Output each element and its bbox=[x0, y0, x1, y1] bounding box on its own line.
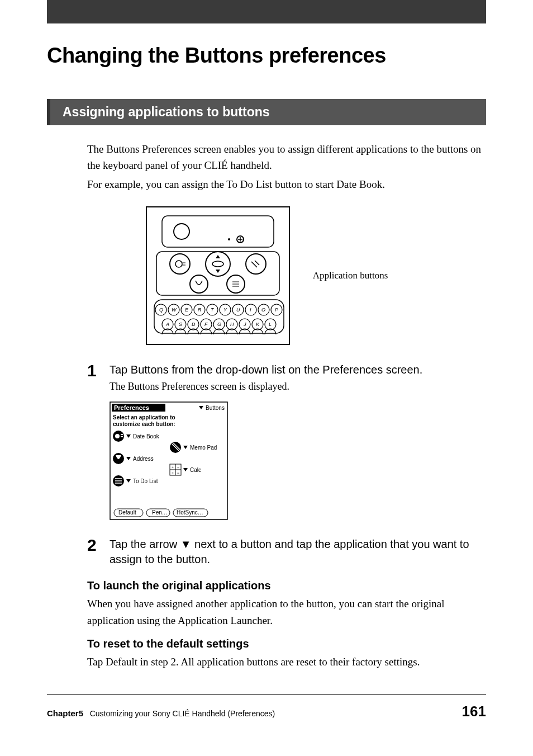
section-heading: Assigning applications to buttons bbox=[47, 99, 486, 125]
step-number: 1 bbox=[87, 362, 101, 379]
svg-text:Calc: Calc bbox=[190, 467, 201, 473]
svg-rect-60 bbox=[154, 300, 284, 333]
svg-text:U: U bbox=[236, 307, 240, 313]
step-title: Tap Buttons from the drop-down list on t… bbox=[110, 362, 486, 377]
svg-text:G: G bbox=[217, 322, 221, 327]
svg-point-3 bbox=[228, 238, 230, 240]
svg-text:To Do List: To Do List bbox=[133, 478, 158, 484]
svg-text:Pen…: Pen… bbox=[152, 509, 168, 516]
svg-point-17 bbox=[190, 275, 208, 293]
svg-text:F: F bbox=[204, 322, 208, 327]
svg-point-12 bbox=[170, 254, 190, 274]
svg-text:Memo Pad: Memo Pad bbox=[190, 445, 217, 451]
device-figure: Q W E R T Y U I O P A S D F G H bbox=[47, 206, 486, 346]
svg-text:T: T bbox=[211, 307, 215, 313]
page-footer: Chapter5 Customizing your Sony CLIÉ Hand… bbox=[47, 694, 486, 720]
svg-point-11 bbox=[212, 261, 223, 267]
svg-rect-69 bbox=[121, 436, 123, 437]
chapter-label: Chapter5 bbox=[47, 708, 83, 718]
svg-text:I: I bbox=[250, 307, 251, 313]
svg-text:Select an application to: Select an application to bbox=[113, 414, 175, 420]
step-subtext: The Buttons Preferences screen is displa… bbox=[110, 381, 486, 393]
screenshot-dropdown: Buttons bbox=[206, 405, 225, 411]
svg-text:E: E bbox=[185, 307, 189, 313]
svg-text:H: H bbox=[230, 322, 234, 327]
preferences-screenshot: Preferences Buttons Select an applicatio… bbox=[110, 401, 228, 520]
svg-text:×: × bbox=[172, 471, 174, 475]
chapter-title: Customizing your Sony CLIÉ Handheld (Pre… bbox=[90, 709, 275, 718]
svg-marker-9 bbox=[216, 255, 220, 258]
subsection-heading-2: To reset to the default settings bbox=[87, 637, 486, 650]
subsection-body-1: When you have assigned another applicati… bbox=[87, 596, 486, 629]
step-number: 2 bbox=[87, 537, 101, 554]
page-title: Changing the Buttons preferences bbox=[47, 44, 486, 68]
page-content: Changing the Buttons preferences Assigni… bbox=[0, 44, 533, 670]
page-number: 161 bbox=[462, 703, 486, 720]
step-2: 2 Tap the arrow ▼ next to a button and t… bbox=[87, 537, 486, 570]
svg-text:W: W bbox=[172, 307, 177, 313]
svg-text:S: S bbox=[179, 322, 182, 327]
svg-text:customize each button:: customize each button: bbox=[113, 421, 175, 427]
svg-marker-10 bbox=[216, 270, 220, 273]
subsection-body-2: Tap Default in step 2. All application b… bbox=[87, 654, 486, 670]
step-title: Tap the arrow ▼ next to a button and tap… bbox=[110, 537, 486, 567]
svg-text:+: + bbox=[172, 465, 174, 470]
svg-text:D: D bbox=[192, 322, 196, 327]
svg-point-67 bbox=[115, 434, 120, 438]
svg-text:R: R bbox=[198, 307, 202, 313]
svg-text:Y: Y bbox=[223, 307, 227, 313]
svg-text:Date Book: Date Book bbox=[133, 433, 160, 440]
svg-rect-68 bbox=[121, 434, 123, 435]
svg-text:L: L bbox=[269, 322, 272, 327]
svg-text:P: P bbox=[275, 307, 278, 313]
header-bar bbox=[47, 0, 486, 23]
intro-paragraph-1: The Buttons Preferences screen enables y… bbox=[87, 141, 486, 174]
svg-text:O: O bbox=[261, 307, 265, 313]
svg-rect-1 bbox=[162, 216, 274, 247]
svg-text:Q: Q bbox=[159, 307, 163, 313]
svg-text:J: J bbox=[243, 322, 246, 327]
subsection-heading-1: To launch the original applications bbox=[87, 579, 486, 592]
svg-text:HotSync…: HotSync… bbox=[177, 509, 203, 516]
device-illustration: Q W E R T Y U I O P A S D F G H bbox=[145, 206, 291, 346]
svg-text:÷: ÷ bbox=[177, 465, 179, 470]
svg-text:=: = bbox=[177, 471, 179, 475]
svg-point-2 bbox=[174, 224, 189, 239]
figure-callout: Application buttons bbox=[313, 270, 388, 281]
intro-paragraph-2: For example, you can assign the To Do Li… bbox=[87, 176, 486, 192]
svg-text:A: A bbox=[165, 322, 169, 327]
svg-text:Address: Address bbox=[133, 456, 154, 462]
svg-text:Default: Default bbox=[118, 509, 136, 516]
step-1: 1 Tap Buttons from the drop-down list on… bbox=[87, 362, 486, 398]
svg-point-13 bbox=[175, 261, 182, 267]
svg-text:K: K bbox=[256, 322, 260, 327]
svg-point-16 bbox=[246, 254, 266, 274]
screenshot-header: Preferences bbox=[114, 404, 149, 411]
